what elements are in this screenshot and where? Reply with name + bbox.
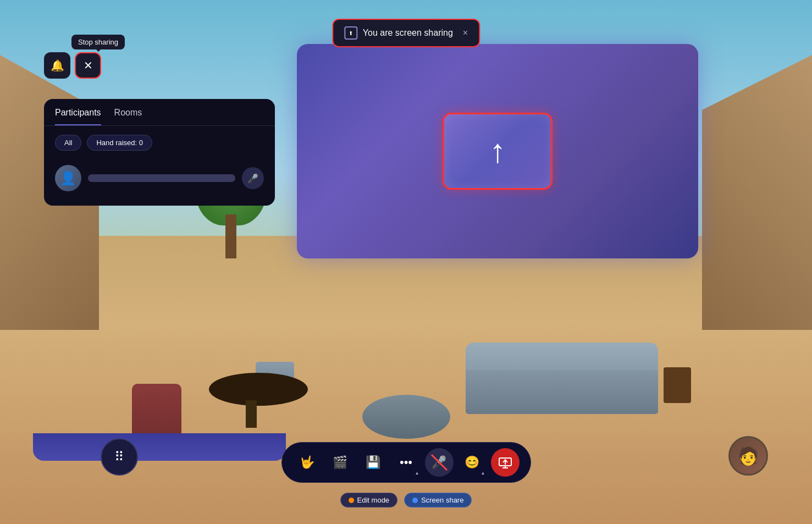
screen-share-button[interactable] <box>491 448 520 477</box>
participant-row: 👤 🎤 <box>55 159 264 197</box>
user-avatar-icon: 🧑 <box>737 445 759 466</box>
screen-share-display[interactable]: ↑ <box>443 113 553 190</box>
bottom-toolbar: 🤟 🎬 💾 ••• ▲ 🎤 😊 ▲ <box>281 442 531 483</box>
reaction-button[interactable]: 😊 ▲ <box>458 448 487 477</box>
chevron-up-icon: ▲ <box>415 471 419 476</box>
apps-button[interactable]: ⠿ <box>101 438 138 476</box>
more-icon: ••• <box>400 455 412 470</box>
bell-button[interactable]: 🔔 <box>44 52 70 79</box>
filter-hand-raised-button[interactable]: Hand raised: 0 <box>87 135 152 151</box>
user-avatar[interactable]: 🧑 <box>728 436 768 476</box>
panel-tabs: Participants Rooms <box>44 99 275 126</box>
screen-share-label: Screen share <box>421 496 463 504</box>
banner-close-button[interactable]: × <box>463 28 468 38</box>
ottoman <box>362 395 450 439</box>
table-stand <box>246 400 257 428</box>
stop-share-button[interactable]: ✕ <box>75 52 101 79</box>
tab-rooms[interactable]: Rooms <box>114 108 142 125</box>
mic-slash-icon: 🎤 <box>432 455 446 470</box>
tooltip-text: Stop sharing <box>78 38 118 46</box>
participant-name-blurred <box>88 174 235 182</box>
camera-button[interactable]: 🎬 <box>326 448 355 477</box>
wood-block-right <box>664 367 691 403</box>
filter-row: All Hand raised: 0 <box>55 135 264 151</box>
coffee-table <box>209 373 308 406</box>
banner-text: You are screen sharing <box>363 28 453 38</box>
sofa-back <box>466 343 658 370</box>
upload-arrow-icon: ↑ <box>489 135 506 168</box>
edit-mode-dot <box>349 498 354 503</box>
top-left-toolbar: 🔔 ✕ <box>44 52 101 79</box>
screen-share-badge: Screen share <box>404 493 472 508</box>
screen-share-icon <box>498 455 512 470</box>
stop-share-icon: ✕ <box>84 59 93 72</box>
edit-mode-label: Edit mode <box>357 496 390 504</box>
apps-icon: ⠿ <box>114 449 124 465</box>
tab-participants[interactable]: Participants <box>55 108 101 125</box>
sofa <box>466 359 658 414</box>
more-button[interactable]: ••• ▲ <box>392 448 421 477</box>
banner-icon-symbol: ⬆ <box>349 30 353 36</box>
emoji-button[interactable]: 🤟 <box>293 448 322 477</box>
participants-panel: Participants Rooms All Hand raised: 0 👤 … <box>44 99 275 206</box>
screen-sharing-banner: ⬆ You are screen sharing × <box>332 19 480 47</box>
bell-icon: 🔔 <box>51 59 64 72</box>
participant-mute-button[interactable]: 🎤 <box>242 167 264 189</box>
filter-all-button[interactable]: All <box>55 135 81 151</box>
edit-mode-badge: Edit mode <box>340 493 398 508</box>
screen-share-dot <box>412 498 418 503</box>
tree-trunk <box>225 214 236 258</box>
reaction-chevron-icon: ▲ <box>481 471 485 476</box>
panel-content: All Hand raised: 0 👤 🎤 <box>44 126 275 206</box>
mute-button[interactable]: 🎤 <box>425 448 454 477</box>
save-icon: 💾 <box>366 455 380 470</box>
avatar-icon: 👤 <box>60 170 76 186</box>
emoji-reaction-icon: 😊 <box>465 455 479 470</box>
participant-avatar: 👤 <box>55 165 81 191</box>
camera-icon: 🎬 <box>333 455 347 470</box>
banner-screen-icon: ⬆ <box>344 26 357 40</box>
panel-base <box>33 433 286 461</box>
stop-sharing-tooltip: Stop sharing <box>71 35 125 49</box>
emoji-icon: 🤟 <box>300 455 314 470</box>
status-bar: Edit mode Screen share <box>340 493 472 508</box>
virtual-screen: ↑ <box>297 44 698 258</box>
save-button[interactable]: 💾 <box>359 448 388 477</box>
mute-icon: 🎤 <box>247 173 258 184</box>
